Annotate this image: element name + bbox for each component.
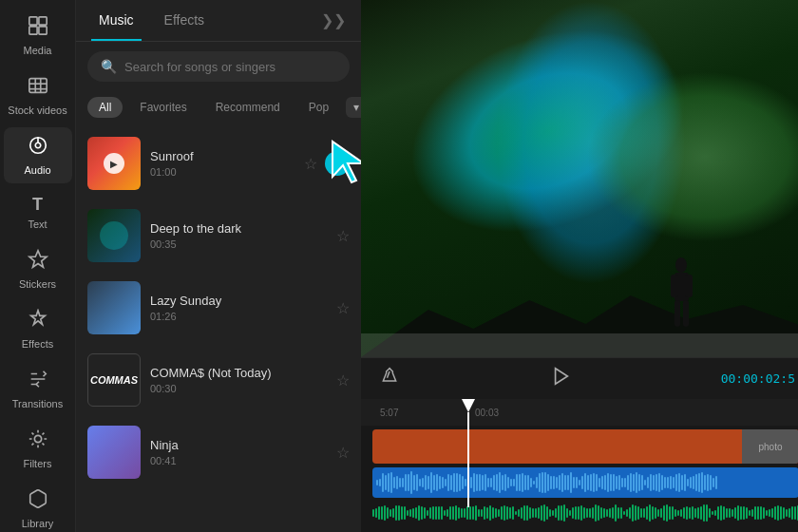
comma-thumb-label: COMMAS <box>87 372 141 388</box>
song-actions-sunroof: ☆ + <box>304 151 350 176</box>
svg-rect-2 <box>28 27 36 34</box>
song-actions-sunday: ☆ <box>336 299 350 317</box>
song-item-comma[interactable]: COMMAS COMMA$ (Not Today) 00:30 ☆ <box>76 344 361 416</box>
svg-rect-3 <box>38 27 46 34</box>
add-button-sunroof[interactable]: + <box>325 151 350 176</box>
song-duration-sunday: 01:26 <box>150 311 327 322</box>
panel-tabs: Music Effects ❯❯ <box>76 0 361 42</box>
filter-all[interactable]: All <box>87 97 123 118</box>
sidebar-label-filters: Filters <box>24 458 52 469</box>
audio-icon <box>28 135 48 161</box>
sidebar-label-library: Library <box>22 518 54 529</box>
song-item-ninja[interactable]: Ninja 00:41 ☆ <box>76 416 361 488</box>
song-actions-comma: ☆ <box>336 371 350 390</box>
svg-line-22 <box>388 371 390 378</box>
svg-rect-4 <box>28 79 46 93</box>
timeline-cursor <box>467 399 469 505</box>
sidebar-label-stock: Stock videos <box>8 104 66 116</box>
song-info-comma: COMMA$ (Not Today) 00:30 <box>150 366 327 394</box>
filter-recommend[interactable]: Recommend <box>204 97 292 118</box>
effects-icon <box>28 309 48 334</box>
sidebar-item-audio[interactable]: Audio <box>4 127 72 183</box>
filters-icon <box>28 428 48 454</box>
sidebar-item-text[interactable]: T Text <box>4 187 72 238</box>
song-title-sunday: Lazy Sunday <box>150 294 327 308</box>
song-title-sunroof: Sunroof <box>150 149 294 163</box>
play-main-button[interactable] <box>551 366 572 391</box>
svg-rect-0 <box>28 17 36 25</box>
bottom-waveform <box>372 500 798 526</box>
library-icon <box>28 488 48 514</box>
song-title-comma: COMMA$ (Not Today) <box>150 366 327 380</box>
song-duration-dark: 00:35 <box>150 238 327 250</box>
svg-marker-23 <box>556 369 568 385</box>
collapse-button[interactable]: ❯❯ <box>321 11 346 29</box>
svg-rect-18 <box>671 275 678 297</box>
sidebar-label-stickers: Stickers <box>19 278 56 290</box>
song-info-sunroof: Sunroof 01:00 <box>150 149 294 178</box>
timeline-ruler: 5:07 00:03 <box>361 399 798 426</box>
star-button-comma[interactable]: ☆ <box>336 371 350 390</box>
svg-point-13 <box>34 435 41 442</box>
filter-favorites[interactable]: Favorites <box>128 97 198 118</box>
video-toolbar: 00:00:02:5 <box>361 357 798 399</box>
song-item-sunroof[interactable]: ▶ Sunroof 01:00 ☆ + <box>76 127 361 200</box>
transitions-icon <box>28 369 48 394</box>
search-bar: 🔍 <box>87 51 350 82</box>
song-title-ninja: Ninja <box>150 438 327 452</box>
music-panel: Music Effects ❯❯ 🔍 All Favorites Recomme… <box>76 0 361 532</box>
audio-track[interactable] <box>372 467 798 498</box>
play-button-sunroof[interactable]: ▶ <box>104 153 124 174</box>
person-silhouette <box>665 257 698 338</box>
time-display: 00:00:02:5 <box>721 371 795 386</box>
video-track[interactable]: photo <box>372 429 798 464</box>
video-preview <box>361 0 798 357</box>
sidebar-item-stock-videos[interactable]: Stock videos <box>4 67 72 124</box>
metronome-button[interactable] <box>376 363 403 394</box>
svg-rect-20 <box>674 300 680 327</box>
sidebar-item-effects[interactable]: Effects <box>4 301 72 357</box>
song-list: ▶ Sunroof 01:00 ☆ + <box>76 127 361 532</box>
star-button-dark[interactable]: ☆ <box>336 227 350 245</box>
song-duration-ninja: 00:41 <box>150 455 327 466</box>
song-thumb-comma: COMMAS <box>87 353 141 407</box>
search-input[interactable] <box>124 60 336 74</box>
stickers-icon <box>28 249 48 275</box>
star-button-ninja[interactable]: ☆ <box>336 444 350 462</box>
sidebar-item-library[interactable]: Library <box>4 481 72 532</box>
song-title-dark: Deep to the dark <box>150 221 327 236</box>
tab-music[interactable]: Music <box>91 1 142 41</box>
song-item-deep-dark[interactable]: Deep to the dark 00:35 ☆ <box>76 200 361 272</box>
cursor-line <box>467 412 469 507</box>
cursor-head <box>462 399 475 412</box>
filter-pop[interactable]: Pop <box>297 97 340 118</box>
song-actions-dark: ☆ <box>336 227 350 245</box>
song-item-lazy-sunday[interactable]: Lazy Sunday 01:26 ☆ <box>76 272 361 344</box>
song-thumb-ninja <box>87 426 141 479</box>
timeline: 5:07 00:03 photo <box>361 399 798 532</box>
svg-rect-19 <box>685 275 693 297</box>
ruler-mark-2: 00:03 <box>475 408 499 418</box>
star-button-sunday[interactable]: ☆ <box>336 299 350 317</box>
tab-effects[interactable]: Effects <box>157 1 213 41</box>
sidebar-item-media[interactable]: Media <box>4 8 72 64</box>
sidebar: Media Stock videos Audio T Text <box>0 0 76 532</box>
search-icon: 🔍 <box>101 59 117 74</box>
song-thumb-dark <box>87 209 141 262</box>
star-button-sunroof[interactable]: ☆ <box>304 155 317 173</box>
sidebar-label-audio: Audio <box>24 164 50 176</box>
sidebar-item-transitions[interactable]: Transitions <box>4 361 72 417</box>
sidebar-item-filters[interactable]: Filters <box>4 421 72 477</box>
sidebar-label-text: Text <box>28 218 47 230</box>
song-thumb-sunday <box>87 281 141 334</box>
text-icon: T <box>32 195 43 215</box>
svg-rect-1 <box>38 17 46 25</box>
song-info-ninja: Ninja 00:41 <box>150 438 327 466</box>
sidebar-label-transitions: Transitions <box>12 398 63 409</box>
svg-rect-21 <box>683 300 689 327</box>
snow-ground <box>361 333 798 357</box>
audio-waveform <box>372 467 798 498</box>
media-icon <box>28 15 48 41</box>
filter-row: All Favorites Recommend Pop ▾ <box>76 91 361 124</box>
sidebar-item-stickers[interactable]: Stickers <box>4 241 72 297</box>
